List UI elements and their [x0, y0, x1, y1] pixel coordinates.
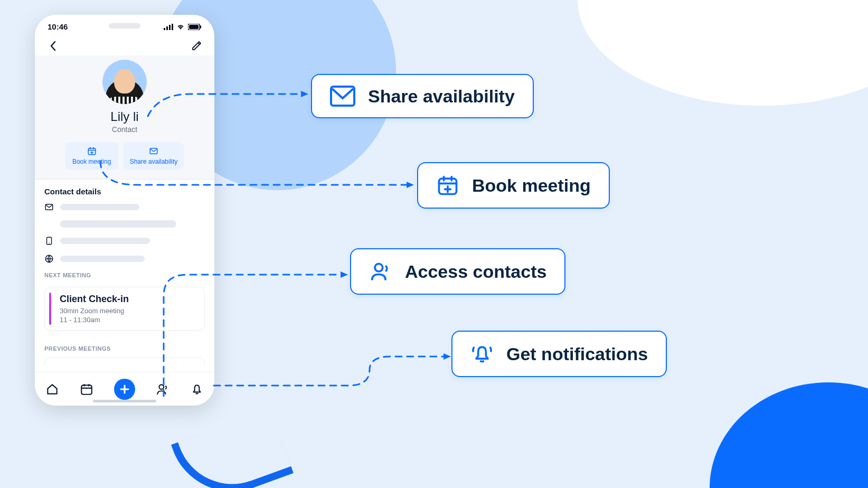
chevron-left-icon — [49, 41, 57, 51]
tab-calendar[interactable] — [80, 382, 93, 396]
callout-access-contacts: Access contacts — [350, 248, 565, 295]
meeting-title: Client Check-in — [60, 294, 197, 305]
svg-rect-0 — [164, 28, 165, 30]
svg-marker-19 — [407, 182, 414, 188]
tab-contacts[interactable] — [156, 382, 169, 396]
wifi-icon — [176, 24, 185, 30]
svg-marker-21 — [444, 353, 451, 360]
back-button[interactable] — [46, 40, 59, 52]
svg-point-17 — [375, 264, 383, 271]
mail-icon — [149, 146, 158, 156]
contact-details-section: Contact details NEXT MEETING — [35, 180, 214, 287]
contact-role: Contact — [35, 125, 214, 134]
meeting-stripe — [49, 293, 51, 325]
profile-area: Lily li Contact Book meeting Share avail… — [35, 55, 214, 180]
contact-details-title: Contact details — [44, 187, 205, 196]
bg-curve-bottom — [171, 409, 294, 488]
svg-rect-1 — [166, 26, 168, 30]
bg-blob-bottom-right — [710, 382, 868, 488]
calendar-plus-icon — [87, 146, 97, 156]
svg-rect-6 — [200, 25, 201, 29]
home-icon — [45, 382, 59, 396]
mail-icon — [44, 202, 54, 212]
previous-meetings-title: PREVIOUS MEETINGS — [44, 345, 205, 352]
callout-label: Share availability — [368, 86, 515, 107]
svg-rect-2 — [169, 25, 171, 30]
plus-icon — [119, 384, 130, 395]
signal-icon — [164, 24, 173, 30]
svg-rect-3 — [172, 24, 173, 30]
calendar-icon — [80, 382, 93, 396]
tab-add[interactable] — [114, 379, 135, 400]
bell-icon — [190, 382, 204, 396]
svg-rect-5 — [189, 25, 199, 29]
status-indicators — [164, 24, 202, 30]
phone-notch — [109, 23, 140, 29]
home-indicator — [93, 400, 156, 402]
status-time: 10:46 — [48, 22, 68, 31]
contacts-icon — [156, 382, 169, 396]
bell-ring-icon — [470, 342, 494, 365]
svg-rect-15 — [331, 87, 354, 106]
contacts-icon — [369, 260, 392, 283]
callout-get-notifications: Get notifications — [451, 331, 667, 377]
svg-rect-13 — [81, 385, 92, 394]
detail-phone-row[interactable] — [44, 220, 205, 228]
avatar[interactable] — [102, 60, 147, 104]
share-availability-chip[interactable]: Share availability — [124, 142, 184, 170]
callout-share-availability: Share availability — [311, 74, 534, 118]
contact-name: Lily li — [35, 109, 214, 124]
detail-timezone-row[interactable] — [44, 254, 205, 264]
calendar-plus-icon — [436, 174, 459, 197]
bg-blob-right — [578, 0, 868, 106]
globe-icon — [44, 254, 54, 264]
mail-icon — [330, 86, 355, 107]
callout-label: Get notifications — [506, 344, 648, 364]
nav-row — [35, 34, 214, 55]
next-meeting-title: NEXT MEETING — [44, 272, 205, 278]
tab-notifications[interactable] — [190, 382, 204, 396]
svg-point-14 — [159, 384, 164, 389]
book-meeting-chip[interactable]: Book meeting — [65, 142, 118, 170]
edit-button[interactable] — [190, 40, 203, 52]
detail-device-row[interactable] — [44, 236, 205, 246]
meeting-time: 11 - 11:30am — [60, 316, 197, 324]
callout-book-meeting: Book meeting — [417, 162, 610, 209]
book-meeting-label: Book meeting — [72, 158, 111, 165]
callout-label: Book meeting — [472, 175, 591, 196]
pencil-icon — [191, 41, 202, 51]
tab-home[interactable] — [45, 382, 59, 396]
next-meeting-card[interactable]: Client Check-in 30min Zoom meeting 11 - … — [44, 287, 205, 331]
phone-mockup: 10:46 Lily li Contact Book meeting Sh — [35, 15, 214, 406]
callout-label: Access contacts — [405, 261, 546, 282]
battery-icon — [188, 24, 202, 30]
svg-marker-20 — [341, 271, 348, 278]
detail-email-row[interactable] — [44, 202, 205, 212]
share-availability-label: Share availability — [130, 158, 178, 165]
tablet-icon — [44, 236, 54, 246]
svg-point-11 — [49, 243, 50, 244]
meeting-subtitle: 30min Zoom meeting — [60, 307, 197, 315]
connector-notifications — [211, 349, 459, 396]
